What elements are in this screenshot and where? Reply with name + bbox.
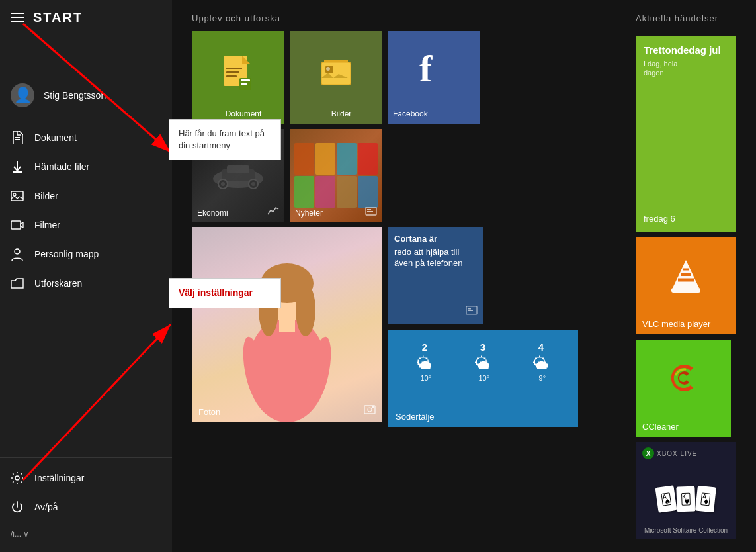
sidebar-item-expand[interactable]: /i... ∨	[0, 522, 172, 547]
personal-icon	[11, 248, 24, 261]
sidebar-header: START	[0, 0, 172, 34]
svg-rect-29	[367, 209, 371, 210]
day2-num: 3	[480, 342, 485, 353]
svg-rect-5	[11, 221, 21, 229]
cortana-body: redo att hjälpa till även på telefonen	[394, 247, 462, 268]
svg-point-19	[326, 67, 330, 71]
xbox-badge: X XBOX LIVE	[642, 447, 697, 459]
left-section-title: Upplev och utforska	[192, 13, 616, 23]
settings-icon	[11, 471, 24, 484]
nav-items: Dokument Hämtade filer Bilder	[0, 123, 172, 457]
svg-rect-30	[367, 211, 373, 212]
foton-type-icon	[364, 405, 376, 417]
svg-rect-11	[226, 75, 237, 77]
tile-ekonomi-label: Ekonomi	[197, 208, 228, 218]
tile-trettonde[interactable]: Trettondedag jul I dag, hela dagen freda…	[636, 36, 736, 232]
svg-rect-17	[324, 60, 348, 62]
svg-rect-9	[226, 68, 242, 69]
ccleaner-icon	[667, 361, 700, 397]
tile-nyheter[interactable]: Nyheter	[290, 129, 382, 222]
facebook-icon: f	[415, 48, 452, 88]
cortana-icon	[466, 306, 478, 319]
svg-point-6	[15, 249, 20, 254]
trettonde-sub2: dagen	[644, 68, 728, 77]
expand-label: /i... ∨	[11, 529, 29, 539]
tile-foton[interactable]: Foton	[192, 227, 382, 422]
tile-cortana[interactable]: Cortana är redo att hjälpa till även på …	[388, 227, 483, 324]
top-tile-row: Dokument Bilder	[192, 31, 616, 124]
svg-point-7	[15, 476, 19, 480]
day2-cloud: 🌥	[475, 354, 491, 373]
vlc-icon	[669, 257, 703, 297]
weather-days: 2 🌥 -10° 3 🌥 -10° 4 🌥	[396, 342, 570, 382]
sidebar-item-bilder-label: Bilder	[34, 191, 58, 201]
sidebar-item-bilder[interactable]: Bilder	[0, 181, 172, 210]
svg-rect-3	[11, 191, 23, 201]
nyheter-type-icon	[365, 207, 377, 218]
tile-weather[interactable]: 2 🌥 -10° 3 🌥 -10° 4 🌥	[388, 330, 578, 427]
day1-temp: -10°	[418, 374, 431, 382]
svg-point-41	[372, 406, 374, 408]
bilder-tile-icon	[319, 57, 353, 94]
svg-rect-43	[468, 308, 471, 310]
svg-rect-0	[15, 137, 20, 138]
sidebar-item-filmer[interactable]: Filmer	[0, 210, 172, 240]
movies-icon	[11, 218, 24, 232]
svg-rect-10	[226, 71, 239, 73]
avatar: 👤	[11, 83, 34, 107]
power-icon	[11, 500, 24, 514]
sidebar-item-installningar[interactable]: Inställningar	[0, 463, 172, 492]
tooltip-1: Här får du fram text på din startmeny	[169, 119, 281, 160]
sidebar-item-filmer-label: Filmer	[34, 220, 60, 230]
sidebar-item-personlig-label: Personlig mapp	[34, 249, 99, 259]
dokument-tile-icon	[221, 54, 255, 97]
tile-bilder-label: Bilder	[295, 109, 382, 118]
tile-dokument[interactable]: Dokument	[192, 31, 284, 124]
right-section-title: Aktuella händelser	[636, 13, 736, 23]
tile-vlc-label: VLC media player	[642, 319, 710, 329]
user-name: Stig Bengtsson	[44, 90, 106, 101]
sidebar-item-utforskaren[interactable]: Utforskaren	[0, 269, 172, 298]
user-profile[interactable]: 👤 Stig Bengtsson	[0, 74, 172, 116]
sidebar-item-avpa[interactable]: Av/på	[0, 492, 172, 522]
sidebar-item-avpa-label: Av/på	[34, 502, 58, 512]
tiles-area: Upplev och utforska	[172, 0, 756, 552]
tile-ccleaner-label: CCleaner	[642, 422, 679, 432]
tile-bilder[interactable]: Bilder	[290, 31, 382, 124]
day3-num: 4	[538, 342, 544, 353]
svg-point-35	[296, 283, 315, 336]
tile-vlc[interactable]: VLC media player	[636, 237, 736, 334]
xbox-text: XBOX LIVE	[657, 450, 697, 457]
weather-day-2: 3 🌥 -10°	[475, 342, 491, 382]
hamburger-icon[interactable]	[11, 13, 24, 22]
svg-point-25	[221, 182, 225, 186]
svg-rect-36	[279, 319, 295, 332]
svg-rect-23	[227, 165, 249, 173]
sidebar-item-hamtade-label: Hämtade filer	[34, 161, 89, 172]
tile-xbox-label: Microsoft Solitaire Collection	[642, 527, 730, 534]
svg-point-40	[368, 408, 372, 412]
trettonde-day: fredag 6	[644, 214, 675, 224]
pictures-icon	[11, 189, 24, 203]
nav-bottom: Inställningar Av/på /i... ∨	[0, 457, 172, 552]
sidebar-item-utforskaren-label: Utforskaren	[34, 278, 82, 289]
tile-facebook-label: Facebook	[393, 109, 480, 118]
tile-facebook[interactable]: f Facebook	[388, 31, 480, 124]
card-1: 🂡	[655, 485, 677, 513]
card-3: 🃁	[695, 485, 716, 512]
playing-cards: 🂡 🂾 🃁	[657, 486, 715, 512]
svg-rect-49	[671, 288, 700, 293]
cards-row: 🂡 🂾 🃁	[657, 486, 715, 512]
svg-rect-15	[321, 62, 351, 85]
sidebar-item-hamtade[interactable]: Hämtade filer	[0, 152, 172, 181]
trettonde-sub1: I dag, hela	[644, 59, 728, 68]
sidebar-item-dokument[interactable]: Dokument	[0, 123, 172, 152]
day1-num: 2	[422, 342, 427, 353]
xbox-logo: X	[642, 447, 654, 459]
tile-ccleaner[interactable]: CCleaner	[636, 340, 731, 437]
cortana-title: Cortana är	[394, 234, 476, 245]
sidebar-item-personlig[interactable]: Personlig mapp	[0, 240, 172, 269]
tile-xbox[interactable]: X XBOX LIVE 🂡 🂾 🃁 Microsoft Solitaire Co…	[636, 442, 736, 539]
day2-temp: -10°	[476, 374, 489, 382]
card-2: 🂾	[676, 486, 695, 512]
